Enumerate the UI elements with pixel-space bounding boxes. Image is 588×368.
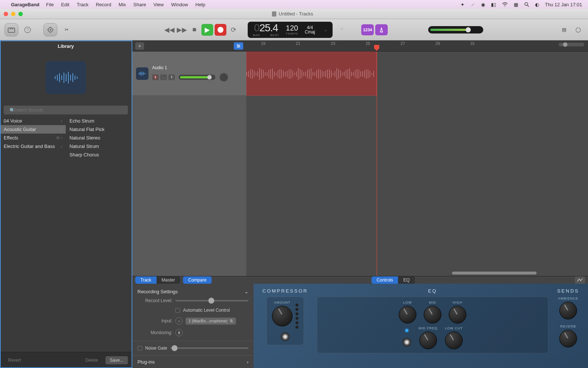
menu-share[interactable]: Share — [133, 2, 146, 7]
input-monitor-button[interactable]: ⬆ — [168, 74, 175, 80]
preset-item[interactable]: Natural Strum — [66, 142, 132, 151]
menu-help[interactable]: Help — [196, 2, 205, 7]
lcd-dropdown-icon[interactable]: ⌄ — [324, 27, 327, 32]
menu-track[interactable]: Track — [77, 2, 89, 7]
master-volume-slider[interactable] — [428, 26, 483, 33]
chevron-right-icon[interactable]: › — [247, 359, 248, 365]
window-minimize-button[interactable] — [11, 12, 15, 16]
cycle-button[interactable]: ⟳ — [228, 24, 239, 35]
svg-text:?: ? — [26, 28, 29, 32]
monitoring-button[interactable]: ⬆ — [175, 329, 183, 336]
mute-button[interactable]: 🔇 — [152, 74, 159, 80]
lcd-key[interactable]: Cmaj — [305, 30, 315, 34]
editor-tab-bar: Track Master Compare Controls EQ — [132, 276, 588, 284]
tab-eq[interactable]: EQ — [398, 276, 415, 284]
status-control-center-icon[interactable]: ▦ — [514, 2, 518, 7]
tab-track[interactable]: Track — [135, 276, 157, 284]
compressor-jack — [281, 332, 290, 341]
status-siri-icon[interactable]: ◐ — [535, 2, 539, 7]
library-toggle-button[interactable] — [4, 23, 18, 36]
save-button[interactable]: Save... — [105, 356, 128, 364]
metronome-button[interactable] — [375, 24, 388, 35]
forward-button[interactable]: ▶▶ — [176, 24, 187, 35]
automation-button[interactable] — [575, 276, 585, 284]
category-item[interactable]: Electric Guitar and Bass› — [0, 142, 66, 151]
loop-browser-button[interactable]: ◯ — [573, 24, 584, 35]
track-filter-button[interactable] — [234, 42, 243, 50]
notepad-button[interactable]: ▤ — [559, 24, 570, 35]
tuner-button[interactable]: 𝄢 — [336, 24, 347, 35]
eq-high-knob[interactable]: HIGH — [449, 301, 466, 323]
library-search-input[interactable] — [4, 106, 128, 114]
eq-midfreq-knob[interactable]: MID FREQ — [419, 326, 438, 349]
sends-ambience-knob[interactable]: AMBIENCE — [558, 297, 578, 319]
revert-button[interactable]: Revert — [4, 356, 25, 364]
timeline[interactable]: /* waveform drawn below via JS ticks */ — [246, 52, 588, 276]
record-level-slider[interactable] — [175, 300, 248, 301]
status-user-icon[interactable]: ◉ — [481, 2, 485, 7]
status-battery-icon[interactable]: ▮▯ — [491, 2, 496, 7]
menu-edit[interactable]: Edit — [61, 2, 69, 7]
add-track-button[interactable]: ＋ — [135, 42, 144, 50]
compressor-amount-knob[interactable]: AMOUNT — [272, 301, 293, 326]
timeline-ruler[interactable]: 19 21 23 25 27 29 31 — [246, 40, 588, 51]
menu-window[interactable]: Window — [171, 2, 188, 7]
noise-gate-slider[interactable] — [170, 347, 248, 349]
status-spotlight-icon[interactable] — [524, 2, 529, 7]
track-volume-slider[interactable] — [179, 75, 215, 80]
preset-item[interactable]: Natural Stereo — [66, 134, 132, 142]
lcd-tempo[interactable]: 120 — [286, 24, 298, 32]
eq-mid-knob[interactable]: MID — [424, 301, 441, 323]
menu-record[interactable]: Record — [96, 2, 111, 7]
record-button[interactable] — [215, 24, 226, 36]
noise-gate-checkbox[interactable] — [137, 346, 142, 351]
count-in-button[interactable]: 1234 — [361, 24, 374, 35]
window-close-button[interactable] — [4, 12, 8, 16]
category-item[interactable]: Acoustic Guitar› — [0, 125, 66, 134]
play-button[interactable]: ▶ — [201, 24, 213, 36]
playhead-marker[interactable] — [374, 45, 379, 51]
auto-level-checkbox[interactable] — [175, 308, 180, 313]
solo-button[interactable]: 🎧 — [160, 74, 167, 80]
ruler-tick: 19 — [261, 41, 265, 46]
chevron-down-icon[interactable]: ⌄ — [244, 289, 248, 294]
app-name[interactable]: GarageBand — [11, 2, 39, 7]
input-mono-button[interactable]: ○ — [175, 317, 183, 325]
status-clock[interactable]: Thu 12 Jan 17:01 — [545, 2, 582, 7]
horizontal-scrollbar[interactable] — [246, 272, 584, 275]
smart-controls-button[interactable] — [43, 23, 57, 36]
status-app-icon[interactable]: ✦ — [460, 2, 465, 7]
track-header[interactable]: Audio 1 🔇 🎧 ⬆ — [132, 52, 246, 96]
audio-region[interactable]: /* waveform drawn below via JS ticks */ — [246, 52, 377, 96]
stop-button[interactable]: ■ — [189, 24, 200, 35]
eq-low-knob[interactable]: LOW — [399, 301, 416, 323]
preset-item[interactable]: Sharp Chorus — [66, 151, 132, 159]
lcd-signature[interactable]: 4/4 — [307, 25, 313, 30]
preset-item[interactable]: Echo Strum — [66, 117, 132, 125]
tab-compare[interactable]: Compare — [183, 276, 211, 284]
status-wifi-icon[interactable] — [502, 2, 508, 7]
category-item[interactable]: 04 Voice› — [0, 117, 66, 125]
menu-file[interactable]: File — [46, 2, 54, 7]
category-item[interactable]: Effects⊙ › — [0, 134, 66, 142]
lcd-display[interactable]: 025.4 BARBEAT 120 TEMPO 4/4 Cmaj ⌄ — [248, 22, 333, 38]
recording-settings-title: Recording Settings — [137, 289, 178, 294]
editors-button[interactable]: ✂ — [61, 24, 72, 35]
window-maximize-button[interactable] — [18, 12, 23, 16]
rewind-button[interactable]: ◀◀ — [164, 24, 175, 35]
zoom-slider[interactable] — [559, 43, 584, 46]
tab-controls[interactable]: Controls — [372, 276, 398, 284]
sends-reverb-knob[interactable]: REVERB — [559, 325, 577, 347]
macos-menubar: GarageBand File Edit Track Record Mix Sh… — [0, 0, 588, 9]
quick-help-button[interactable]: ? — [22, 24, 33, 35]
input-select[interactable]: 1 (MacBo...crophone)⇅ — [186, 318, 236, 325]
menu-view[interactable]: View — [154, 2, 164, 7]
eq-lowcut-knob[interactable]: LOW CUT — [445, 326, 463, 349]
delete-button[interactable]: Delete — [81, 356, 103, 364]
status-toggle-icon[interactable]: ⟋ — [470, 2, 475, 7]
knob-label: LOW CUT — [445, 326, 463, 330]
preset-item[interactable]: Natural Flat Pick — [66, 125, 132, 134]
tab-master[interactable]: Master — [157, 276, 180, 284]
track-pan-knob[interactable] — [219, 72, 229, 82]
menu-mix[interactable]: Mix — [119, 2, 126, 7]
